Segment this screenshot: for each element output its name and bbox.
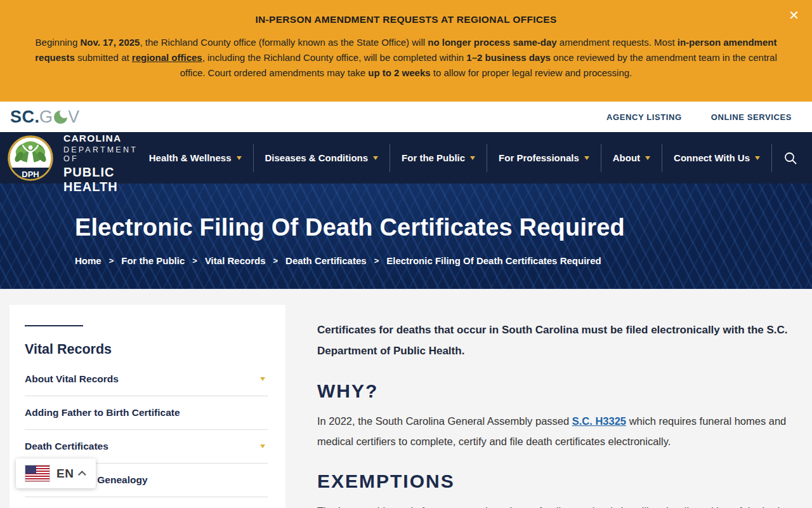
breadcrumb-for-the-public[interactable]: For the Public [121, 255, 185, 266]
sidebar-accent-rule [25, 325, 83, 326]
text-run: Nov. 17, 2025 [80, 37, 140, 48]
hero-banner: Electronic Filing Of Death Certificates … [0, 184, 812, 289]
brand-wordmark: SOUTH CAROLINA DEPARTMENT OF PUBLIC HEAL… [63, 121, 138, 194]
breadcrumb-home[interactable]: Home [75, 255, 102, 266]
breadcrumb-current-page: Electronic Filing Of Death Certificates … [386, 255, 601, 266]
why-paragraph: In 2022, the South Carolina General Asse… [317, 411, 792, 451]
text-run: 1–2 business days [466, 52, 551, 63]
text-run: The law provides only for an exemption w… [317, 505, 785, 508]
text-run: amendment requests. Most [557, 37, 678, 48]
online-services-link[interactable]: ONLINE SERVICES [711, 112, 792, 122]
intro-paragraph: Certificates for deaths that occur in So… [317, 319, 792, 361]
breadcrumb-vital-records[interactable]: Vital Records [205, 255, 266, 266]
breadcrumb-separator: > [273, 256, 278, 265]
nav-item-label: For Professionals [499, 152, 579, 163]
inline-link[interactable]: regional offices [132, 52, 202, 63]
chevron-up-icon [78, 471, 86, 479]
breadcrumb: Home > For the Public > Vital Records > … [75, 255, 812, 266]
exemptions-heading: EXEMPTIONS [317, 471, 792, 492]
crescent-moon-icon [54, 110, 67, 124]
text-run: to allow for proper legal review and pro… [431, 67, 632, 78]
chevron-down-icon [373, 156, 378, 160]
text-run: no longer process same-day [428, 37, 556, 48]
main-navigation: DPH SOUTH CAROLINA DEPARTMENT OF PUBLIC … [0, 132, 812, 184]
exemptions-paragraph: The law provides only for an exemption w… [317, 501, 792, 508]
utility-links: AGENCY LISTING ONLINE SERVICES [606, 112, 792, 122]
chevron-down-icon[interactable] [260, 444, 265, 448]
brand-line2: DEPARTMENT OF [63, 145, 138, 164]
alert-banner: IN-PERSON AMENDMENT REQUESTS AT REGIONAL… [0, 0, 812, 102]
dph-logo-acronym: DPH [22, 170, 39, 179]
nav-item-connect-with-us[interactable]: Connect With Us [662, 144, 771, 172]
nav-item-about[interactable]: About [601, 144, 662, 172]
sidebar-item-adding-father[interactable]: Adding Father to Birth Certificate [25, 396, 268, 430]
main-content: Certificates for deaths that occur in So… [317, 289, 792, 508]
sidebar-item-label[interactable]: Adding Father to Birth Certificate [25, 407, 180, 418]
nav-item-label: Connect With Us [674, 152, 750, 163]
breadcrumb-separator: > [192, 256, 197, 265]
text-run: Beginning [36, 37, 81, 48]
search-button[interactable] [772, 145, 801, 171]
chevron-down-icon[interactable] [260, 377, 265, 381]
language-code: EN [56, 467, 74, 481]
us-flag-icon [25, 465, 49, 481]
nav-item-diseases-conditions[interactable]: Diseases & Conditions [254, 144, 390, 172]
page-body: Vital Records About Vital Records Adding… [0, 289, 812, 508]
language-selector[interactable]: EN [16, 458, 96, 488]
nav-item-label: Diseases & Conditions [265, 152, 369, 163]
breadcrumb-separator: > [374, 256, 379, 265]
breadcrumb-death-certificates[interactable]: Death Certificates [285, 255, 367, 266]
nav-item-health-wellness[interactable]: Health & Wellness [138, 144, 253, 172]
sidebar-item-label[interactable]: Death Certificates [25, 441, 108, 452]
nav-item-for-professionals[interactable]: For Professionals [487, 144, 601, 172]
nav-item-for-the-public[interactable]: For the Public [390, 144, 487, 172]
alert-message: Beginning Nov. 17, 2025, the Richland Co… [25, 35, 787, 81]
brand-line3: PUBLIC HEALTH [63, 165, 138, 194]
chevron-down-icon [645, 156, 650, 160]
chevron-down-icon [755, 156, 760, 160]
nav-item-label: About [613, 152, 640, 163]
dph-logo-icon: DPH [8, 135, 53, 181]
chevron-down-icon [237, 156, 242, 160]
sidebar-title: Vital Records [25, 342, 268, 358]
alert-title: IN-PERSON AMENDMENT REQUESTS AT REGIONAL… [25, 14, 787, 25]
chevron-down-icon [584, 156, 589, 160]
breadcrumb-separator: > [109, 256, 114, 265]
text-run: In 2022, the South Carolina General Asse… [317, 415, 572, 427]
search-icon [783, 151, 797, 165]
page-title: Electronic Filing Of Death Certificates … [75, 214, 812, 241]
agency-listing-link[interactable]: AGENCY LISTING [606, 112, 682, 122]
text-run: , the Richland County office (formally k… [140, 37, 428, 48]
inline-link[interactable]: S.C. H3325 [572, 415, 626, 427]
sidebar-item-label[interactable]: About Vital Records [25, 373, 119, 385]
sidebar-item-about-vital-records[interactable]: About Vital Records [25, 363, 268, 396]
why-heading: WHY? [317, 380, 792, 402]
nav-item-label: Health & Wellness [149, 152, 232, 163]
sidebar-item-divorce-reports[interactable]: Divorce Reports [25, 497, 268, 508]
text-run: up to 2 weeks [368, 67, 430, 78]
nav-item-label: For the Public [402, 152, 465, 163]
text-run: submitted at [75, 52, 132, 63]
chevron-down-icon [470, 156, 475, 160]
brand-line1: SOUTH CAROLINA [63, 121, 138, 144]
dph-home-link[interactable]: DPH SOUTH CAROLINA DEPARTMENT OF PUBLIC … [8, 121, 138, 194]
nav-list: Health & Wellness Diseases & Conditions … [138, 144, 801, 172]
text-run: , including the Richland County office, … [202, 52, 467, 63]
close-icon[interactable]: ✕ [786, 6, 802, 24]
